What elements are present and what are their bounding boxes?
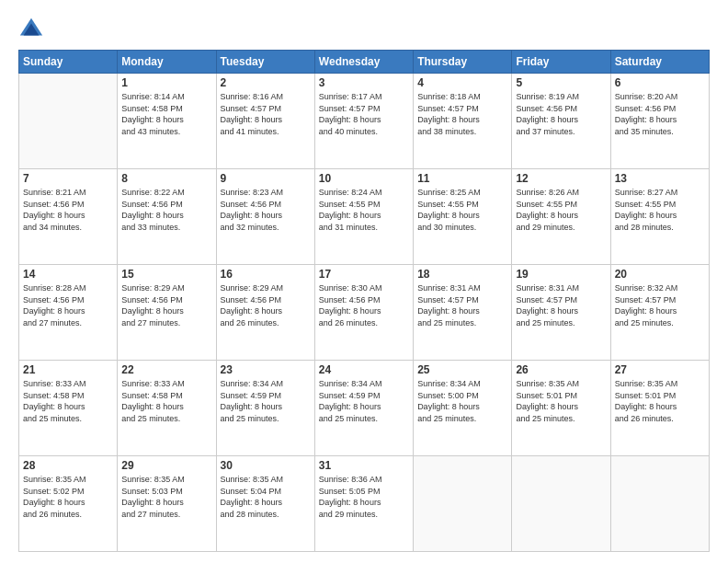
- day-number: 7: [23, 172, 113, 185]
- day-info: Sunrise: 8:28 AMSunset: 4:56 PMDaylight:…: [23, 282, 113, 328]
- calendar-cell: 31Sunrise: 8:36 AMSunset: 5:05 PMDayligh…: [314, 456, 413, 552]
- calendar-cell: 10Sunrise: 8:24 AMSunset: 4:55 PMDayligh…: [314, 169, 413, 265]
- calendar-cell: 14Sunrise: 8:28 AMSunset: 4:56 PMDayligh…: [19, 265, 118, 361]
- day-number: 31: [319, 459, 409, 472]
- day-number: 4: [417, 76, 507, 89]
- day-info: Sunrise: 8:29 AMSunset: 4:56 PMDaylight:…: [121, 282, 211, 328]
- week-row-4: 21Sunrise: 8:33 AMSunset: 4:58 PMDayligh…: [19, 361, 710, 456]
- day-info: Sunrise: 8:17 AMSunset: 4:57 PMDaylight:…: [319, 91, 409, 137]
- day-info: Sunrise: 8:31 AMSunset: 4:57 PMDaylight:…: [417, 282, 507, 328]
- day-number: 9: [221, 172, 311, 185]
- calendar-cell: 3Sunrise: 8:17 AMSunset: 4:57 PMDaylight…: [314, 74, 413, 169]
- day-number: 18: [417, 268, 507, 281]
- header: [18, 17, 710, 42]
- day-number: 27: [615, 363, 705, 376]
- logo: [18, 17, 48, 42]
- day-number: 8: [121, 172, 211, 185]
- day-info: Sunrise: 8:24 AMSunset: 4:55 PMDaylight:…: [319, 187, 409, 233]
- day-info: Sunrise: 8:29 AMSunset: 4:56 PMDaylight:…: [221, 282, 311, 328]
- day-number: 14: [23, 268, 113, 281]
- day-info: Sunrise: 8:35 AMSunset: 5:03 PMDaylight:…: [121, 474, 211, 520]
- day-number: 10: [319, 172, 409, 185]
- calendar-cell: [19, 74, 118, 169]
- day-info: Sunrise: 8:36 AMSunset: 5:05 PMDaylight:…: [319, 474, 409, 520]
- col-header-tuesday: Tuesday: [216, 51, 314, 74]
- day-number: 20: [615, 268, 705, 281]
- calendar-cell: [610, 456, 709, 552]
- day-number: 19: [516, 268, 606, 281]
- day-info: Sunrise: 8:23 AMSunset: 4:56 PMDaylight:…: [221, 187, 311, 233]
- col-header-sunday: Sunday: [19, 51, 118, 74]
- calendar-cell: 25Sunrise: 8:34 AMSunset: 5:00 PMDayligh…: [414, 361, 512, 456]
- calendar-cell: 27Sunrise: 8:35 AMSunset: 5:01 PMDayligh…: [610, 361, 709, 456]
- calendar-cell: 17Sunrise: 8:30 AMSunset: 4:56 PMDayligh…: [314, 265, 413, 361]
- week-row-5: 28Sunrise: 8:35 AMSunset: 5:02 PMDayligh…: [19, 456, 710, 552]
- day-number: 23: [221, 363, 311, 376]
- day-number: 15: [121, 268, 211, 281]
- col-header-thursday: Thursday: [414, 51, 512, 74]
- page: SundayMondayTuesdayWednesdayThursdayFrid…: [0, 0, 728, 563]
- calendar-cell: 18Sunrise: 8:31 AMSunset: 4:57 PMDayligh…: [414, 265, 512, 361]
- week-row-3: 14Sunrise: 8:28 AMSunset: 4:56 PMDayligh…: [19, 265, 710, 361]
- day-number: 13: [615, 172, 705, 185]
- calendar-table: SundayMondayTuesdayWednesdayThursdayFrid…: [18, 50, 710, 552]
- calendar-cell: 29Sunrise: 8:35 AMSunset: 5:03 PMDayligh…: [118, 456, 216, 552]
- day-info: Sunrise: 8:33 AMSunset: 4:58 PMDaylight:…: [23, 378, 113, 424]
- day-number: 6: [615, 76, 705, 89]
- day-info: Sunrise: 8:21 AMSunset: 4:56 PMDaylight:…: [23, 187, 113, 233]
- day-info: Sunrise: 8:16 AMSunset: 4:57 PMDaylight:…: [221, 91, 311, 137]
- day-info: Sunrise: 8:35 AMSunset: 5:01 PMDaylight:…: [615, 378, 705, 424]
- day-number: 16: [221, 268, 311, 281]
- calendar-cell: [512, 456, 610, 552]
- day-info: Sunrise: 8:31 AMSunset: 4:57 PMDaylight:…: [516, 282, 606, 328]
- day-number: 29: [121, 459, 211, 472]
- day-info: Sunrise: 8:35 AMSunset: 5:01 PMDaylight:…: [516, 378, 606, 424]
- calendar-cell: 4Sunrise: 8:18 AMSunset: 4:57 PMDaylight…: [414, 74, 512, 169]
- calendar-cell: 22Sunrise: 8:33 AMSunset: 4:58 PMDayligh…: [118, 361, 216, 456]
- day-info: Sunrise: 8:34 AMSunset: 5:00 PMDaylight:…: [417, 378, 507, 424]
- day-number: 26: [516, 363, 606, 376]
- day-info: Sunrise: 8:34 AMSunset: 4:59 PMDaylight:…: [221, 378, 311, 424]
- calendar-cell: 16Sunrise: 8:29 AMSunset: 4:56 PMDayligh…: [216, 265, 314, 361]
- day-number: 5: [516, 76, 606, 89]
- day-number: 28: [23, 459, 113, 472]
- calendar-cell: 19Sunrise: 8:31 AMSunset: 4:57 PMDayligh…: [512, 265, 610, 361]
- week-row-2: 7Sunrise: 8:21 AMSunset: 4:56 PMDaylight…: [19, 169, 710, 265]
- day-info: Sunrise: 8:34 AMSunset: 4:59 PMDaylight:…: [319, 378, 409, 424]
- day-number: 24: [319, 363, 409, 376]
- calendar-cell: 9Sunrise: 8:23 AMSunset: 4:56 PMDaylight…: [216, 169, 314, 265]
- calendar-cell: 1Sunrise: 8:14 AMSunset: 4:58 PMDaylight…: [118, 74, 216, 169]
- calendar-cell: 30Sunrise: 8:35 AMSunset: 5:04 PMDayligh…: [216, 456, 314, 552]
- day-info: Sunrise: 8:32 AMSunset: 4:57 PMDaylight:…: [615, 282, 705, 328]
- day-info: Sunrise: 8:19 AMSunset: 4:56 PMDaylight:…: [516, 91, 606, 137]
- calendar-cell: [414, 456, 512, 552]
- col-header-monday: Monday: [118, 51, 216, 74]
- header-row: SundayMondayTuesdayWednesdayThursdayFrid…: [19, 51, 710, 74]
- day-info: Sunrise: 8:22 AMSunset: 4:56 PMDaylight:…: [121, 187, 211, 233]
- day-number: 21: [23, 363, 113, 376]
- calendar-cell: 6Sunrise: 8:20 AMSunset: 4:56 PMDaylight…: [610, 74, 709, 169]
- day-info: Sunrise: 8:18 AMSunset: 4:57 PMDaylight:…: [417, 91, 507, 137]
- calendar-cell: 13Sunrise: 8:27 AMSunset: 4:55 PMDayligh…: [610, 169, 709, 265]
- calendar-cell: 21Sunrise: 8:33 AMSunset: 4:58 PMDayligh…: [19, 361, 118, 456]
- day-number: 17: [319, 268, 409, 281]
- calendar-cell: 12Sunrise: 8:26 AMSunset: 4:55 PMDayligh…: [512, 169, 610, 265]
- day-number: 30: [221, 459, 311, 472]
- calendar-cell: 26Sunrise: 8:35 AMSunset: 5:01 PMDayligh…: [512, 361, 610, 456]
- calendar-cell: 7Sunrise: 8:21 AMSunset: 4:56 PMDaylight…: [19, 169, 118, 265]
- calendar-cell: 20Sunrise: 8:32 AMSunset: 4:57 PMDayligh…: [610, 265, 709, 361]
- calendar-cell: 11Sunrise: 8:25 AMSunset: 4:55 PMDayligh…: [414, 169, 512, 265]
- col-header-friday: Friday: [512, 51, 610, 74]
- day-number: 1: [121, 76, 211, 89]
- day-info: Sunrise: 8:33 AMSunset: 4:58 PMDaylight:…: [121, 378, 211, 424]
- day-number: 3: [319, 76, 409, 89]
- calendar-cell: 8Sunrise: 8:22 AMSunset: 4:56 PMDaylight…: [118, 169, 216, 265]
- col-header-saturday: Saturday: [610, 51, 709, 74]
- logo-icon: [18, 17, 44, 42]
- day-info: Sunrise: 8:14 AMSunset: 4:58 PMDaylight:…: [121, 91, 211, 137]
- day-info: Sunrise: 8:25 AMSunset: 4:55 PMDaylight:…: [417, 187, 507, 233]
- calendar-cell: 24Sunrise: 8:34 AMSunset: 4:59 PMDayligh…: [314, 361, 413, 456]
- calendar-cell: 5Sunrise: 8:19 AMSunset: 4:56 PMDaylight…: [512, 74, 610, 169]
- day-info: Sunrise: 8:20 AMSunset: 4:56 PMDaylight:…: [615, 91, 705, 137]
- day-number: 12: [516, 172, 606, 185]
